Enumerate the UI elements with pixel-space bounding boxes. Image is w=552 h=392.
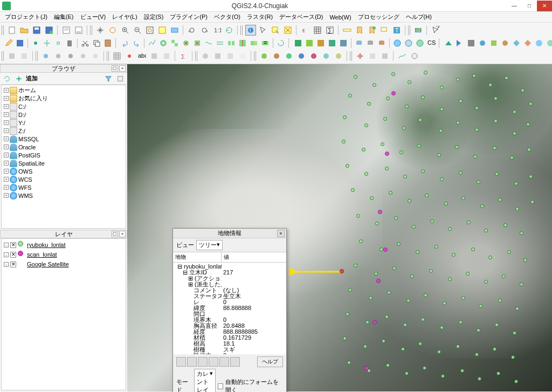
map-point[interactable]	[391, 72, 395, 76]
open-icon[interactable]	[19, 25, 30, 36]
map-point[interactable]	[437, 350, 441, 354]
merge-attr-icon[interactable]: =	[260, 38, 270, 49]
map-point[interactable]	[515, 307, 519, 311]
add-feature-icon[interactable]	[31, 38, 40, 49]
map-point[interactable]	[459, 99, 463, 103]
browser-item[interactable]: +OWS	[3, 167, 125, 175]
browser-filter-icon[interactable]	[104, 74, 113, 84]
map-point[interactable]	[430, 219, 434, 223]
menu-project[interactable]: プロジェクト(J)	[2, 12, 50, 22]
identify-close-button[interactable]: ×	[277, 230, 285, 237]
identify-view-select[interactable]: ツリー▾	[196, 240, 223, 250]
labeling-icon[interactable]: abc	[413, 25, 424, 36]
text-annotation-icon[interactable]: T	[391, 25, 402, 36]
identify-mode-select[interactable]: カレントレイヤ▾	[194, 369, 216, 392]
map-point[interactable]	[513, 331, 516, 335]
toolbar-grip[interactable]	[90, 25, 93, 35]
field-calc-icon[interactable]: ∑	[325, 25, 335, 36]
toolbar-grip[interactable]	[2, 25, 4, 35]
map-point[interactable]	[471, 247, 475, 251]
tool-d2-icon[interactable]	[212, 51, 223, 61]
delete-part-icon[interactable]	[192, 38, 202, 49]
print-composer-icon[interactable]	[61, 25, 72, 36]
offset-icon[interactable]	[215, 38, 225, 49]
browser-item[interactable]: +WCS	[3, 175, 125, 183]
snap-icon[interactable]	[124, 51, 135, 61]
cut-icon[interactable]	[80, 38, 90, 49]
map-point[interactable]	[369, 296, 372, 300]
help-icon[interactable]: ?	[430, 25, 441, 36]
map-point[interactable]	[459, 171, 463, 175]
map-point[interactable]	[351, 188, 355, 192]
zoom-out-icon[interactable]	[132, 25, 143, 36]
layer4-icon[interactable]	[478, 38, 487, 49]
map-point[interactable]	[421, 95, 425, 99]
map-point[interactable]	[529, 102, 533, 106]
map-point[interactable]	[511, 355, 515, 359]
gps-icon[interactable]	[355, 51, 365, 61]
map-point[interactable]	[425, 194, 429, 197]
tool-f2-icon[interactable]	[380, 51, 390, 61]
map-point[interactable]	[510, 156, 514, 160]
db3-icon[interactable]	[377, 38, 387, 49]
layer9-icon[interactable]	[534, 38, 544, 49]
layer7-icon[interactable]	[512, 38, 521, 49]
tool-a1-icon[interactable]	[6, 51, 17, 61]
map-point[interactable]	[375, 222, 379, 225]
map-point[interactable]	[477, 180, 480, 184]
save-as-icon[interactable]	[44, 25, 54, 36]
map-point[interactable]	[479, 304, 482, 308]
tool-e6-icon[interactable]	[321, 51, 332, 61]
map-point[interactable]	[466, 272, 470, 276]
map-point[interactable]	[440, 326, 444, 329]
map-point[interactable]	[467, 221, 471, 224]
map-point[interactable]	[456, 345, 460, 348]
new-project-icon[interactable]	[6, 25, 17, 36]
zoom-selection-icon[interactable]	[157, 25, 168, 36]
identify-body[interactable]: ⊟ ryuboku_lonlat ⊟ 立木ID217 ⊞ (アクション) ⊞ (…	[173, 263, 286, 354]
browser-undock-button[interactable]: ▢	[112, 65, 118, 72]
bookmark-icon[interactable]	[354, 25, 365, 36]
map-point[interactable]	[417, 144, 421, 148]
map-point[interactable]	[488, 256, 492, 259]
map-point[interactable]	[359, 239, 363, 243]
map-point[interactable]	[365, 320, 369, 324]
toolbar-grip[interactable]	[240, 25, 243, 35]
identify-copy-icon[interactable]	[209, 357, 218, 367]
tool-e2-icon[interactable]	[271, 51, 282, 61]
map-point[interactable]	[521, 88, 525, 92]
map-point[interactable]	[455, 145, 459, 149]
zoom-in-icon[interactable]	[120, 25, 130, 36]
layer-item[interactable]: -✕scan_lonlat	[3, 250, 125, 259]
tool-d4-icon[interactable]	[237, 51, 248, 61]
map-point[interactable]	[503, 223, 507, 227]
map-point-scan[interactable]	[378, 210, 382, 214]
abc-icon[interactable]: abc	[136, 51, 147, 61]
map-point[interactable]	[423, 366, 426, 370]
map-point[interactable]	[439, 129, 443, 133]
layer10-icon[interactable]	[546, 38, 552, 49]
map-point[interactable]	[526, 122, 530, 126]
map-point[interactable]	[480, 204, 484, 208]
browser-item[interactable]: +Y:/	[3, 119, 125, 127]
split-icon[interactable]	[226, 38, 236, 49]
browser-item[interactable]: +WFS	[3, 183, 125, 191]
toolbar-grip[interactable]	[408, 25, 411, 35]
tool-e4-icon[interactable]	[296, 51, 307, 61]
tool-f1-icon[interactable]	[367, 51, 378, 61]
map-point[interactable]	[424, 293, 427, 297]
map-point[interactable]	[440, 177, 444, 181]
tool-g1-icon[interactable]	[397, 51, 408, 61]
browser-item[interactable]: +WMS	[3, 191, 125, 200]
map-point[interactable]	[392, 266, 396, 270]
toolbar-grip[interactable]	[195, 51, 198, 61]
map-point[interactable]	[372, 83, 376, 87]
layer-item[interactable]: -✕Google Satellite	[3, 259, 125, 269]
map-point[interactable]	[385, 315, 389, 319]
identify-expand-icon[interactable]	[176, 357, 186, 367]
map-point-scan[interactable]	[364, 366, 369, 370]
map-point[interactable]	[530, 200, 534, 204]
undo-icon[interactable]	[120, 38, 130, 49]
map-point[interactable]	[380, 247, 383, 251]
map-point[interactable]	[374, 272, 378, 276]
